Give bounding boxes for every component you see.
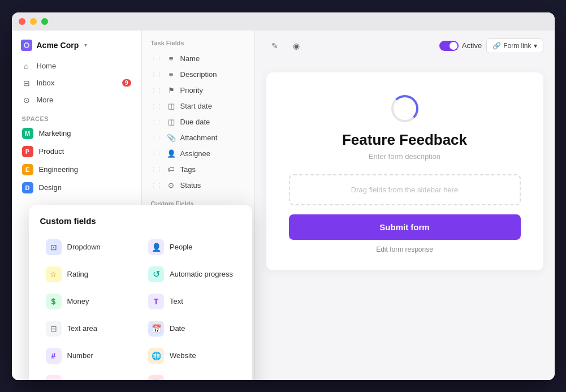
- form-link-button[interactable]: 🔗 Form link ▾: [486, 38, 543, 53]
- drop-zone[interactable]: Drag fields from the sidebar here: [289, 174, 521, 205]
- custom-fields-grid: ⊡ Dropdown 👤 People ☆ Rating ↺ Automatic…: [40, 235, 241, 380]
- edit-icon-button[interactable]: ✎: [266, 37, 283, 54]
- preview-icon-button[interactable]: ◉: [288, 37, 305, 54]
- cf-item-rating[interactable]: ☆ Rating: [40, 262, 139, 287]
- drag-handle-icon: ⋮⋮: [151, 55, 162, 62]
- cf-item-money[interactable]: $ Money: [40, 289, 139, 314]
- space-dot-marketing: M: [22, 128, 33, 139]
- field-name[interactable]: ⋮⋮ ≡ Name: [142, 51, 254, 67]
- text-icon: T: [148, 294, 164, 309]
- field-description[interactable]: ⋮⋮ ≡ Description: [142, 67, 254, 83]
- home-icon: ⌂: [22, 62, 31, 71]
- link-icon: 🔗: [492, 42, 501, 50]
- drop-zone-text: Drag fields from the sidebar here: [351, 186, 458, 194]
- money-icon: $: [46, 294, 62, 309]
- content-header: ✎ ◉ Active 🔗 Form link ▾: [255, 31, 555, 61]
- cf-item-labels[interactable]: 🏷 Labels: [40, 371, 139, 380]
- edit-response-link[interactable]: Edit form response: [376, 245, 433, 253]
- field-icon-duedate: ◫: [167, 118, 176, 127]
- cf-label: Automatic progress: [170, 270, 233, 278]
- app-window: Acme Corp ▾ ⌂ Home ⊟ Inbox 9 ⊙ More Spa: [12, 12, 555, 380]
- cf-item-dropdown[interactable]: ⊡ Dropdown: [40, 235, 139, 260]
- date-icon: 📅: [148, 321, 164, 337]
- close-button[interactable]: [19, 18, 25, 25]
- spaces-section-label: Spaces: [12, 109, 141, 124]
- people-icon: 👤: [148, 239, 164, 255]
- form-card: Feature Feedback Enter form description …: [266, 72, 543, 270]
- more-icon: ⊙: [22, 96, 31, 105]
- number-icon: #: [46, 348, 62, 364]
- field-assignee[interactable]: ⋮⋮ 👤 Assignee: [142, 146, 254, 162]
- field-icon-priority: ⚑: [167, 86, 176, 95]
- field-priority[interactable]: ⋮⋮ ⚑ Priority: [142, 83, 254, 98]
- cf-label: Rating: [67, 270, 89, 278]
- field-attachment[interactable]: ⋮⋮ 📎 Attachment: [142, 130, 254, 146]
- sidebar-item-inbox[interactable]: ⊟ Inbox 9: [16, 75, 137, 92]
- cf-label: Text area: [67, 324, 97, 333]
- cf-label: Dropdown: [67, 243, 101, 251]
- cf-item-people[interactable]: 👤 People: [142, 235, 241, 260]
- toggle-thumb: [450, 42, 457, 50]
- space-label: Design: [39, 183, 62, 192]
- drag-handle-icon: ⋮⋮: [151, 135, 162, 141]
- cf-item-automatic-progress[interactable]: ↺ Automatic progress: [142, 262, 241, 287]
- minimize-button[interactable]: [30, 18, 37, 25]
- space-dot-product: P: [22, 146, 33, 157]
- submit-button[interactable]: Submit form: [289, 214, 521, 240]
- cf-item-number[interactable]: # Number: [40, 343, 139, 368]
- custom-fields-popup: Custom fields ⊡ Dropdown 👤 People ☆ Rati…: [29, 205, 252, 380]
- space-label: Engineering: [39, 165, 78, 174]
- cf-item-date[interactable]: 📅 Date: [142, 316, 241, 341]
- form-link-label: Form link: [503, 42, 531, 50]
- cf-item-checkbox[interactable]: ☑ Checkbox: [142, 371, 241, 380]
- cf-item-text[interactable]: T Text: [142, 289, 241, 314]
- drag-handle-icon: ⋮⋮: [151, 71, 162, 77]
- sidebar-item-label: Home: [37, 62, 57, 70]
- maximize-button[interactable]: [41, 18, 48, 25]
- field-status[interactable]: ⋮⋮ ⊙ Status: [142, 178, 254, 193]
- cf-label: Number: [67, 351, 93, 360]
- cf-item-text-area[interactable]: ⊟ Text area: [40, 316, 139, 341]
- sidebar-item-product[interactable]: P Product: [16, 143, 137, 161]
- cf-label: Money: [67, 297, 89, 305]
- field-icon-tags: 🏷: [167, 165, 176, 174]
- popup-title: Custom fields: [40, 216, 241, 226]
- header-icons: ✎ ◉: [266, 37, 305, 54]
- sidebar-item-home[interactable]: ⌂ Home: [16, 58, 137, 75]
- company-name: Acme Corp: [37, 41, 79, 50]
- field-tags[interactable]: ⋮⋮ 🏷 Tags: [142, 162, 254, 178]
- form-title: Feature Feedback: [342, 131, 467, 149]
- cf-label: Text: [170, 297, 183, 305]
- rating-icon: ☆: [46, 266, 62, 282]
- sidebar-item-engineering[interactable]: E Engineering: [16, 161, 137, 179]
- cf-label: People: [170, 243, 192, 251]
- drag-handle-icon: ⋮⋮: [151, 166, 162, 173]
- sidebar-item-marketing[interactable]: M Marketing: [16, 124, 137, 143]
- automatic-progress-icon: ↺: [148, 266, 164, 282]
- drag-handle-icon: ⋮⋮: [151, 150, 162, 157]
- active-toggle[interactable]: [439, 41, 459, 51]
- space-label: Marketing: [39, 129, 71, 137]
- field-start-date[interactable]: ⋮⋮ ◫ Start date: [142, 98, 254, 114]
- sidebar-nav: ⌂ Home ⊟ Inbox 9 ⊙ More: [12, 58, 141, 109]
- active-label: Active: [462, 41, 482, 50]
- titlebar: [12, 12, 555, 31]
- field-due-date[interactable]: ⋮⋮ ◫ Due date: [142, 114, 254, 130]
- sidebar-item-label: Inbox: [37, 79, 55, 87]
- company-logo: [21, 40, 32, 51]
- header-actions: Active 🔗 Form link ▾: [439, 38, 543, 53]
- drag-handle-icon: ⋮⋮: [151, 87, 162, 93]
- field-icon-description: ≡: [167, 70, 176, 79]
- sidebar-header[interactable]: Acme Corp ▾: [12, 37, 141, 58]
- main-content: ✎ ◉ Active 🔗 Form link ▾: [255, 31, 555, 380]
- cf-label: Website: [170, 351, 196, 360]
- drag-handle-icon: ⋮⋮: [151, 103, 162, 109]
- website-icon: 🌐: [148, 348, 164, 364]
- labels-icon: 🏷: [46, 375, 62, 380]
- active-toggle-wrapper: Active: [439, 41, 482, 51]
- sidebar-item-design[interactable]: D Design: [16, 179, 137, 197]
- sidebar-item-label: More: [37, 96, 54, 104]
- inbox-badge: 9: [122, 79, 131, 87]
- cf-item-website[interactable]: 🌐 Website: [142, 343, 241, 368]
- sidebar-item-more[interactable]: ⊙ More: [16, 92, 137, 109]
